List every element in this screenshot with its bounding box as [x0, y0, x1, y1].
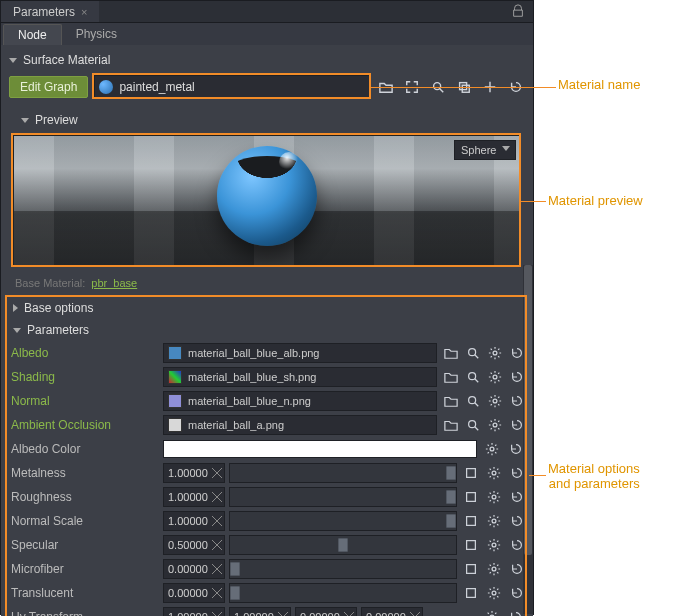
panel-body: Surface Material Edit Graph Preview — [1, 45, 533, 616]
svg-point-5 — [469, 373, 476, 380]
file-name: material_ball_blue_n.png — [188, 395, 311, 407]
edit-graph-button[interactable]: Edit Graph — [9, 76, 88, 98]
texture-thumb — [168, 346, 182, 360]
slider[interactable] — [229, 511, 457, 531]
preview-shape-select[interactable]: Sphere — [454, 140, 516, 160]
svg-rect-16 — [467, 517, 476, 526]
file-input[interactable]: material_ball_a.png — [163, 415, 437, 435]
search-icon[interactable] — [465, 344, 481, 362]
panel-tab-parameters[interactable]: Parameters × — [1, 1, 99, 22]
base-material-link[interactable]: pbr_base — [91, 277, 137, 289]
svg-rect-12 — [467, 469, 476, 478]
number-input[interactable] — [295, 607, 357, 616]
close-icon[interactable]: × — [81, 6, 87, 18]
param-row-texture: Shading material_ball_blue_sh.png — [9, 365, 525, 389]
search-icon[interactable] — [465, 416, 481, 434]
keyframe-icon[interactable] — [463, 584, 480, 602]
gear-icon[interactable] — [487, 344, 503, 362]
scrollbar-track[interactable] — [523, 265, 533, 614]
param-row-slider: Translucent — [9, 581, 525, 605]
section-label: Surface Material — [23, 53, 110, 67]
subtabs: Node Physics — [1, 23, 533, 45]
folder-icon[interactable] — [443, 368, 459, 386]
material-preview-viewport[interactable]: Sphere — [13, 135, 521, 267]
slider[interactable] — [229, 559, 457, 579]
lock-icon[interactable] — [503, 1, 533, 22]
svg-point-21 — [492, 567, 496, 571]
slider[interactable] — [229, 535, 457, 555]
section-surface-material[interactable]: Surface Material — [9, 49, 525, 71]
param-row-color: Albedo Color — [9, 437, 525, 461]
folder-icon[interactable] — [443, 392, 459, 410]
search-icon[interactable] — [465, 368, 481, 386]
param-row-slider: Metalness — [9, 461, 525, 485]
param-row-slider: Microfiber — [9, 557, 525, 581]
svg-point-6 — [493, 375, 497, 379]
panel-tab-label: Parameters — [13, 5, 75, 19]
keyframe-icon[interactable] — [463, 560, 480, 578]
material-name-field[interactable] — [94, 75, 371, 99]
param-label: Normal — [9, 394, 157, 408]
gear-icon[interactable] — [487, 392, 503, 410]
number-input[interactable] — [361, 607, 423, 616]
svg-rect-14 — [467, 493, 476, 502]
texture-thumb — [168, 394, 182, 408]
preview-sphere — [217, 146, 317, 246]
texture-thumb — [168, 370, 182, 384]
gear-icon[interactable] — [486, 536, 503, 554]
folder-icon[interactable] — [443, 416, 459, 434]
gear-icon[interactable] — [486, 464, 503, 482]
section-parameters[interactable]: Parameters — [9, 319, 525, 341]
color-swatch[interactable] — [163, 440, 477, 458]
number-input[interactable] — [163, 535, 225, 555]
gear-icon[interactable] — [486, 512, 503, 530]
file-input[interactable]: material_ball_blue_n.png — [163, 391, 437, 411]
number-input[interactable] — [163, 583, 225, 603]
keyframe-icon[interactable] — [463, 464, 480, 482]
section-base-options[interactable]: Base options — [9, 297, 525, 319]
chevron-down-icon — [13, 328, 21, 333]
number-input[interactable] — [163, 511, 225, 531]
section-preview[interactable]: Preview — [9, 109, 525, 131]
tab-physics[interactable]: Physics — [62, 24, 131, 44]
search-icon[interactable] — [465, 392, 481, 410]
svg-point-23 — [492, 591, 496, 595]
number-input[interactable] — [163, 487, 225, 507]
gear-icon[interactable] — [483, 440, 501, 458]
number-input[interactable] — [163, 463, 225, 483]
svg-point-3 — [469, 349, 476, 356]
slider[interactable] — [229, 487, 457, 507]
svg-point-9 — [469, 421, 476, 428]
svg-point-4 — [493, 351, 497, 355]
section-label: Base options — [24, 301, 93, 315]
gear-icon[interactable] — [487, 416, 503, 434]
slider[interactable] — [229, 463, 457, 483]
link-icon — [210, 490, 224, 504]
keyframe-icon[interactable] — [463, 536, 480, 554]
number-input[interactable] — [163, 607, 225, 616]
gear-icon[interactable] — [486, 488, 503, 506]
param-label: Roughness — [9, 490, 157, 504]
number-input[interactable] — [229, 607, 291, 616]
base-material-row: Base Material: pbr_base — [9, 275, 525, 297]
slider[interactable] — [229, 583, 457, 603]
gear-icon[interactable] — [487, 368, 503, 386]
material-icon — [99, 80, 113, 94]
gear-icon[interactable] — [483, 608, 501, 616]
keyframe-icon[interactable] — [463, 488, 480, 506]
tab-node[interactable]: Node — [3, 24, 62, 45]
gear-icon[interactable] — [486, 560, 503, 578]
link-icon — [210, 466, 224, 480]
keyframe-icon[interactable] — [463, 512, 480, 530]
material-name-input[interactable] — [119, 80, 366, 94]
link-icon — [210, 586, 224, 600]
file-input[interactable]: material_ball_blue_sh.png — [163, 367, 437, 387]
gear-icon[interactable] — [486, 584, 503, 602]
number-input[interactable] — [163, 559, 225, 579]
file-input[interactable]: material_ball_blue_alb.png — [163, 343, 437, 363]
file-name: material_ball_blue_alb.png — [188, 347, 319, 359]
folder-icon[interactable] — [443, 344, 459, 362]
scrollbar-thumb[interactable] — [524, 265, 532, 555]
section-label: Parameters — [27, 323, 89, 337]
file-name: material_ball_a.png — [188, 419, 284, 431]
